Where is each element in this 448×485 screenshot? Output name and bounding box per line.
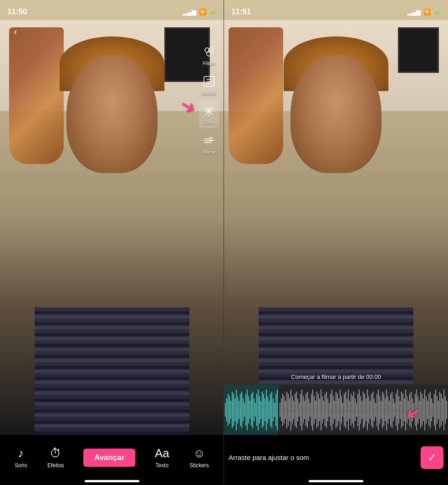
svg-rect-166 (434, 394, 435, 426)
svg-rect-17 (229, 396, 230, 424)
svg-rect-94 (336, 392, 336, 428)
svg-point-11 (209, 138, 212, 140)
filtros-button[interactable]: Filtros (199, 41, 219, 69)
shirt (35, 307, 189, 435)
svg-rect-135 (392, 392, 392, 428)
svg-rect-67 (299, 403, 300, 417)
svg-rect-50 (274, 403, 275, 417)
svg-rect-29 (245, 394, 246, 426)
svg-rect-24 (239, 401, 239, 419)
svg-rect-82 (319, 398, 320, 421)
svg-rect-23 (237, 396, 238, 424)
svg-rect-159 (424, 389, 425, 430)
svg-rect-76 (311, 394, 312, 426)
svg-rect-63 (293, 401, 294, 419)
stickers-button[interactable]: ☺ Stickers (184, 443, 214, 472)
svg-rect-127 (381, 401, 382, 419)
svg-rect-86 (325, 394, 326, 426)
right-home-indicator (309, 480, 363, 482)
svg-rect-128 (382, 392, 383, 428)
battery-icon: 🔋 (209, 9, 216, 15)
check-button[interactable]: ✓ (421, 446, 443, 469)
svg-rect-79 (315, 401, 316, 419)
svg-rect-137 (394, 403, 395, 417)
right-signal-icon: ▂▄▆ (407, 9, 421, 15)
right-time: 11:51 (231, 7, 251, 16)
svg-rect-120 (371, 394, 372, 426)
svg-rect-16 (228, 394, 229, 426)
left-bottom-toolbar: ♪ Sons ⏱ Efeitos Avançar Aa Texto ☺ Stic… (0, 435, 224, 485)
svg-rect-103 (348, 389, 349, 430)
svg-rect-41 (262, 392, 263, 428)
svg-rect-69 (301, 389, 302, 430)
svg-rect-164 (431, 398, 432, 421)
svg-rect-49 (273, 398, 274, 421)
svg-rect-107 (353, 392, 354, 428)
svg-rect-136 (393, 398, 394, 421)
narrar-label: Narrar (203, 150, 215, 155)
back-button[interactable]: ‹ (7, 24, 24, 40)
efeitos-button[interactable]: ⏱ Efeitos (42, 443, 70, 472)
svg-rect-134 (390, 394, 391, 426)
svg-rect-30 (247, 389, 248, 430)
svg-rect-100 (344, 394, 345, 426)
avancar-button[interactable]: Avançar (83, 449, 135, 467)
ajustar-button[interactable]: Ajustar (199, 71, 219, 98)
svg-rect-19 (232, 392, 233, 428)
ajustar-label: Ajustar (202, 91, 216, 96)
narrar-button[interactable]: Narrar (199, 130, 219, 158)
svg-rect-141 (400, 401, 401, 419)
left-panel: 11:50 ▂▄▆ 🛜 🔋 ‹ Filtros (0, 0, 224, 485)
svg-rect-74 (308, 398, 309, 421)
svg-rect-61 (290, 389, 291, 430)
svg-rect-108 (355, 398, 356, 421)
svg-rect-34 (252, 392, 253, 428)
svg-rect-165 (433, 403, 433, 417)
svg-rect-78 (314, 396, 315, 424)
svg-rect-75 (310, 403, 311, 417)
signal-icon: ▂▄▆ (183, 9, 196, 15)
svg-rect-48 (271, 392, 272, 428)
svg-rect-52 (277, 389, 278, 430)
svg-rect-26 (241, 392, 242, 428)
svg-rect-93 (334, 401, 335, 419)
sound-adjust-bar: Arraste para ajustar o som ✓ (224, 435, 448, 485)
svg-rect-126 (379, 396, 380, 424)
svg-rect-104 (349, 401, 350, 419)
svg-rect-40 (260, 401, 261, 419)
svg-rect-124 (377, 394, 377, 426)
stickers-label: Stickers (189, 462, 209, 469)
svg-rect-15 (226, 398, 227, 421)
svg-rect-118 (368, 396, 369, 424)
svg-rect-98 (341, 396, 342, 424)
texto-button[interactable]: Aa Texto (149, 443, 175, 472)
svg-rect-20 (233, 394, 234, 426)
efeitos-icon: ⏱ (50, 446, 61, 460)
right-picture-frame (398, 27, 439, 73)
svg-rect-53 (280, 403, 280, 417)
left-time: 11:50 (7, 7, 27, 16)
svg-rect-172 (442, 398, 443, 421)
guitar-decoration (9, 27, 64, 164)
svg-rect-111 (359, 389, 360, 430)
left-status-bar: 11:50 ▂▄▆ 🛜 🔋 (0, 0, 224, 20)
svg-rect-106 (352, 396, 353, 424)
svg-rect-27 (243, 398, 244, 421)
svg-rect-68 (300, 394, 301, 426)
svg-rect-65 (296, 392, 297, 428)
cortar-button[interactable]: Cortar (199, 100, 219, 128)
right-battery-icon: 🔋 (433, 9, 441, 15)
svg-rect-174 (445, 396, 446, 424)
svg-rect-167 (435, 389, 436, 430)
svg-rect-31 (248, 396, 249, 424)
face (66, 55, 158, 173)
svg-rect-83 (321, 389, 321, 430)
svg-rect-105 (351, 394, 351, 426)
svg-rect-99 (342, 403, 343, 417)
right-status-bar: 11:51 ▂▄▆ 🛜 🔋 (224, 0, 448, 20)
svg-rect-169 (438, 401, 439, 419)
svg-rect-117 (367, 389, 368, 430)
svg-rect-47 (270, 394, 271, 426)
svg-point-2 (207, 51, 211, 56)
sons-button[interactable]: ♪ Sons (9, 443, 32, 472)
